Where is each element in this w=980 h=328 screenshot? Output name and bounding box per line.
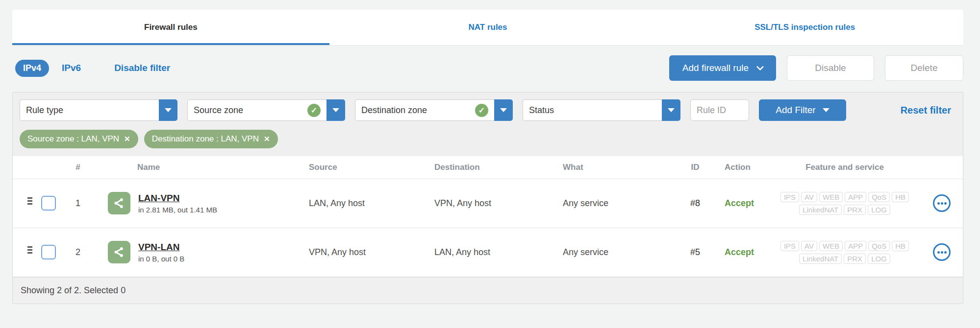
rule-id: #8 — [676, 179, 715, 228]
feature-badge: QoS — [868, 241, 890, 251]
feature-badge: APP — [845, 241, 866, 251]
rule-id: #5 — [676, 228, 715, 277]
row-number: 2 — [63, 228, 93, 277]
rule-traffic: in 2.81 MB, out 1.41 MB — [138, 206, 217, 214]
feature-badge: AV — [801, 241, 817, 251]
drag-handle-icon[interactable] — [27, 246, 32, 248]
drag-handle-icon[interactable] — [27, 197, 32, 199]
dropdown-text: Destination zone — [361, 105, 471, 116]
rule-source: VPN, Any host — [299, 228, 425, 277]
rule-name-link[interactable]: VPN-LAN — [138, 242, 184, 253]
table-row: 1 LAN — [13, 179, 963, 228]
caret-down-icon — [823, 108, 829, 112]
reset-filter-link[interactable]: Reset filter — [901, 105, 955, 116]
feature-badge: HB — [892, 192, 909, 202]
dropdown-toggle-button[interactable] — [159, 99, 177, 121]
filter-applied-check-icon: ✓ — [307, 104, 321, 117]
header-id: ID — [676, 156, 715, 179]
page: Firewall rules NAT rules SSL/TLS inspect… — [0, 0, 980, 304]
add-firewall-rule-label: Add firewall rule — [682, 63, 749, 73]
chip-label: Destination zone : LAN, VPN — [152, 134, 259, 144]
row-number: 1 — [63, 179, 93, 228]
chip-remove-icon[interactable]: ✕ — [264, 135, 270, 143]
feature-badge: LinkedNAT — [799, 254, 842, 264]
rule-what: Any service — [553, 228, 676, 277]
feature-badge: APP — [845, 192, 866, 202]
header-more — [921, 156, 963, 179]
feature-badges: IPS AV WEB APP QoS HB LinkedNAT PRX LOG — [769, 241, 921, 264]
header-what: What — [553, 156, 676, 179]
feature-badge: LOG — [868, 205, 890, 215]
caret-down-icon — [668, 108, 675, 112]
firewall-rules-table: # Name Source Destination What ID Action… — [13, 156, 963, 277]
dropdown-toggle-button[interactable] — [494, 99, 513, 121]
feature-badge: AV — [801, 192, 817, 202]
tab-ssl-tls-inspection-rules[interactable]: SSL/TLS inspection rules — [646, 10, 963, 45]
disable-button[interactable]: Disable — [787, 55, 874, 81]
row-checkbox[interactable] — [41, 245, 56, 259]
status-dropdown-label: Status — [523, 99, 662, 121]
share-icon-glyph — [113, 246, 126, 258]
add-filter-button[interactable]: Add Filter — [759, 99, 846, 121]
rule-what: Any service — [553, 179, 676, 228]
rule-action: Accept — [715, 228, 769, 277]
share-icon[interactable] — [108, 192, 130, 214]
row-checkbox[interactable] — [41, 196, 56, 211]
filter-chip-source-zone[interactable]: Source zone : LAN, VPN ✕ — [20, 130, 138, 148]
header-select — [34, 156, 63, 179]
feature-badge: PRX — [844, 205, 866, 215]
rule-type-dropdown[interactable]: Rule type — [20, 99, 177, 121]
feature-badge: QoS — [868, 192, 890, 202]
tab-label: NAT rules — [468, 23, 507, 32]
rule-traffic: in 0 B, out 0 B — [138, 255, 184, 263]
header-source: Source — [299, 156, 425, 179]
active-filter-chips: Source zone : LAN, VPN ✕ Destination zon… — [13, 127, 963, 156]
feature-badge: LOG — [868, 254, 890, 264]
filter-applied-check-icon: ✓ — [475, 104, 488, 117]
dropdown-toggle-button[interactable] — [327, 99, 345, 121]
feature-badge: WEB — [819, 241, 843, 251]
rule-type-dropdown-label: Rule type — [20, 99, 159, 121]
share-icon[interactable] — [108, 241, 130, 263]
header-action: Action — [715, 156, 769, 179]
row-more-actions-button[interactable] — [933, 194, 951, 212]
tab-label: Firewall rules — [144, 23, 198, 32]
rule-name-link[interactable]: LAN-VPN — [138, 193, 217, 204]
filter-chip-destination-zone[interactable]: Destination zone : LAN, VPN ✕ — [144, 130, 278, 148]
showing-status: Showing 2 of 2. Selected 0 — [21, 285, 126, 296]
rule-action: Accept — [715, 179, 769, 228]
table-footer: Showing 2 of 2. Selected 0 — [13, 277, 963, 304]
feature-badge: WEB — [819, 192, 843, 202]
destination-zone-dropdown[interactable]: Destination zone ✓ — [355, 99, 513, 121]
feature-badge: IPS — [780, 192, 799, 202]
header-destination: Destination — [425, 156, 553, 179]
header-name: Name — [93, 156, 299, 179]
ipv4-toggle[interactable]: IPv4 — [15, 60, 49, 77]
feature-badges: IPS AV WEB APP QoS HB LinkedNAT PRX LOG — [769, 192, 921, 215]
feature-badge: LinkedNAT — [799, 205, 842, 215]
header-drag — [13, 156, 34, 179]
toolbar: IPv4 IPv6 Disable filter Add firewall ru… — [12, 45, 963, 92]
chevron-down-icon — [756, 63, 764, 70]
delete-button[interactable]: Delete — [885, 55, 963, 81]
table-row: 2 VPN — [13, 228, 963, 277]
feature-badge: IPS — [780, 241, 799, 251]
row-more-actions-button[interactable] — [933, 243, 951, 261]
dropdown-toggle-button[interactable] — [662, 99, 680, 121]
header-feature-and-service: Feature and service — [769, 156, 921, 179]
filter-row: Rule type Source zone ✓ Destination zone… — [13, 93, 963, 127]
status-dropdown[interactable]: Status — [523, 99, 680, 121]
feature-badge: PRX — [844, 254, 866, 264]
rule-id-input[interactable] — [690, 99, 749, 121]
ipv6-toggle[interactable]: IPv6 — [62, 63, 81, 73]
tab-nat-rules[interactable]: NAT rules — [329, 10, 647, 45]
add-filter-label: Add Filter — [776, 105, 815, 116]
source-zone-dropdown[interactable]: Source zone ✓ — [187, 99, 345, 121]
table-header-row: # Name Source Destination What ID Action… — [13, 156, 963, 179]
tab-firewall-rules[interactable]: Firewall rules — [12, 10, 329, 45]
disable-filter-link[interactable]: Disable filter — [114, 63, 170, 73]
chip-remove-icon[interactable]: ✕ — [124, 135, 130, 143]
tab-bar: Firewall rules NAT rules SSL/TLS inspect… — [12, 10, 963, 45]
dropdown-text: Status — [529, 105, 656, 116]
add-firewall-rule-button[interactable]: Add firewall rule — [669, 55, 776, 81]
